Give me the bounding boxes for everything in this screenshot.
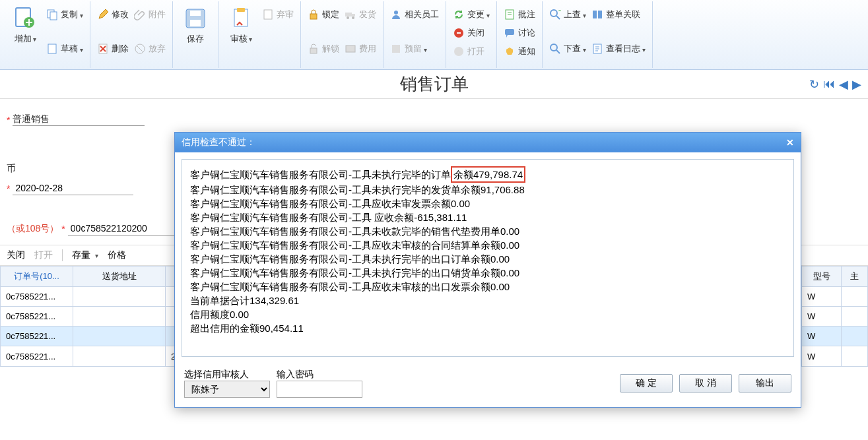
code-label-fragment: （或108号） — [7, 223, 59, 235]
password-label: 输入密码 — [277, 369, 362, 381]
svg-rect-29 — [593, 11, 597, 18]
dialog-line: 客户铜仁宝顺汽车销售服务有限公司-工具应收未审核的出口发票余额0.00 — [190, 280, 785, 294]
draft-button[interactable]: 草稿 — [44, 41, 86, 57]
staff-button[interactable]: 相关员工 — [387, 7, 442, 22]
refresh-icon — [453, 9, 465, 20]
save-button[interactable]: 保存 — [177, 4, 214, 47]
th-ship-addr[interactable]: 送货地址 — [73, 267, 166, 287]
notify-button[interactable]: 通知 — [501, 44, 538, 59]
svg-rect-11 — [237, 8, 245, 12]
page-title-bar: 销售订单 ↻ ⏮ ◀ ▶ — [0, 70, 868, 99]
dialog-line: 客户铜仁宝顺汽车销售服务有限公司-工具应收未审核的合同结算单余额0.00 — [190, 238, 785, 252]
close-order-button[interactable]: 关闭 — [450, 25, 492, 41]
dialog-line-highlighted: 客户铜仁宝顺汽车销售服务有限公司-工具未执行完毕的订单余额479,798.74 — [190, 166, 785, 183]
dialog-line: 当前单据合计134,329.61 — [190, 294, 785, 307]
batch-note-button[interactable]: 批注 — [501, 7, 538, 22]
discard-button: 放弃 — [131, 41, 168, 57]
svg-rect-4 — [48, 44, 56, 53]
change-button[interactable]: 变更 — [450, 7, 492, 22]
svg-rect-9 — [190, 20, 201, 26]
dialog-line: 信用额度0.00 — [190, 307, 785, 321]
th-main[interactable]: 主 — [842, 267, 868, 287]
svg-point-24 — [454, 47, 463, 56]
svg-point-20 — [394, 11, 398, 15]
link-icon — [591, 9, 603, 20]
dialog-line: 客户铜仁宝顺汽车销售服务有限公司-工具未执行完毕的出口订单余额0.00 — [190, 252, 785, 266]
note-icon — [504, 9, 516, 20]
open-order-button: 打开 — [450, 44, 492, 59]
th-model[interactable]: 型号 — [802, 267, 842, 287]
view-log-button[interactable]: 查看日志 — [589, 41, 648, 57]
highlighted-balance: 余额479,798.74 — [451, 166, 525, 183]
svg-rect-13 — [310, 14, 317, 19]
dialog-line: 客户铜仁宝顺汽车销售服务有限公司-工具应收未审发票余额0.00 — [190, 197, 785, 210]
svg-rect-15 — [345, 13, 352, 16]
sec-close-button[interactable]: 关闭 — [7, 249, 25, 261]
sec-price-button[interactable]: 价格 — [108, 249, 126, 261]
ship-button: 发货 — [342, 7, 379, 22]
add-button[interactable]: 增加 — [7, 4, 44, 47]
reviewer-select[interactable]: 陈姝予 — [184, 381, 270, 398]
dialog-ok-button[interactable]: 确 定 — [620, 374, 673, 393]
date-field[interactable] — [13, 181, 133, 195]
ribbon-toolbar: 增加 复制 草稿 修改 删除 附件 放弃 保存 审核 弃审 — [0, 0, 868, 70]
dialog-close-button[interactable]: ✕ — [786, 137, 794, 148]
reserve-button: 预留 — [387, 41, 442, 57]
dialog-title: 信用检查不通过： — [182, 137, 255, 148]
currency-label-fragment: 币 — [7, 163, 16, 175]
page-title: 销售订单 — [400, 73, 469, 96]
lock-button[interactable]: 锁定 — [305, 7, 342, 22]
svg-rect-8 — [190, 11, 201, 16]
sec-stock-button[interactable]: 存量 — [72, 249, 98, 261]
dialog-line: 客户铜仁宝顺汽车销售服务有限公司-工具未执行完毕的出口销货单余额0.00 — [190, 266, 785, 280]
up-query-button[interactable]: 上查 — [547, 7, 589, 22]
copy-button[interactable]: 复制 — [44, 7, 86, 22]
lock-icon — [308, 9, 319, 20]
dialog-line: 客户铜仁宝顺汽车销售服务有限公司-工具未收款完毕的销售代垫费用单0.00 — [190, 224, 785, 238]
sale-type-value: 普通销售 — [13, 113, 145, 126]
svg-rect-16 — [352, 14, 355, 16]
required-marker: * — [7, 183, 10, 194]
prev-nav-icon[interactable]: ◀ — [839, 77, 848, 92]
abandon-audit-button: 弃审 — [259, 7, 296, 22]
dialog-line: 客户铜仁宝顺汽车销售服务有限公司-工具 应收余额-615,381.11 — [190, 210, 785, 224]
dialog-body: 客户铜仁宝顺汽车销售服务有限公司-工具未执行完毕的订单余额479,798.74 … — [182, 159, 794, 357]
svg-rect-30 — [598, 11, 602, 18]
refresh-nav-icon[interactable]: ↻ — [809, 77, 819, 92]
modify-button[interactable]: 修改 — [94, 7, 131, 22]
down-query-button[interactable]: 下查 — [547, 41, 589, 57]
credit-check-dialog: 信用检查不通过： ✕ 客户铜仁宝顺汽车销售服务有限公司-工具未执行完毕的订单余额… — [174, 132, 801, 408]
svg-point-18 — [352, 16, 354, 19]
password-input[interactable] — [277, 381, 362, 398]
svg-rect-14 — [310, 48, 317, 53]
whole-link-button[interactable]: 整单关联 — [589, 7, 648, 22]
delete-button[interactable]: 删除 — [94, 41, 131, 57]
cost-button: 费用 — [342, 41, 379, 57]
dialog-line: 超出信用的金额90,454.11 — [190, 321, 785, 335]
svg-rect-12 — [264, 10, 272, 19]
required-marker: * — [7, 115, 10, 125]
unlock-icon — [308, 43, 319, 55]
svg-rect-3 — [50, 12, 57, 20]
sec-open-button: 打开 — [34, 249, 53, 261]
svg-rect-21 — [392, 45, 400, 53]
dialog-cancel-button[interactable]: 取 消 — [679, 374, 732, 393]
bell-icon — [504, 46, 516, 57]
first-nav-icon[interactable]: ⏮ — [823, 77, 835, 92]
search-up-icon — [549, 9, 561, 20]
svg-rect-26 — [505, 29, 514, 35]
log-icon — [591, 43, 603, 55]
svg-point-27 — [551, 10, 557, 16]
audit-button[interactable]: 审核 — [222, 4, 259, 47]
dialog-export-button[interactable]: 输出 — [739, 374, 791, 393]
discuss-button[interactable]: 讨论 — [501, 25, 538, 41]
th-order-no[interactable]: 订单号(10... — [1, 267, 73, 287]
svg-rect-19 — [346, 46, 355, 52]
dialog-titlebar: 信用检查不通过： ✕ — [175, 133, 801, 152]
truck-icon — [345, 9, 356, 20]
unlock-button: 解锁 — [305, 41, 342, 57]
svg-rect-23 — [457, 32, 461, 34]
svg-point-28 — [551, 44, 557, 51]
reviewer-label: 选择信用审核人 — [184, 369, 270, 381]
next-nav-icon[interactable]: ▶ — [852, 77, 861, 92]
